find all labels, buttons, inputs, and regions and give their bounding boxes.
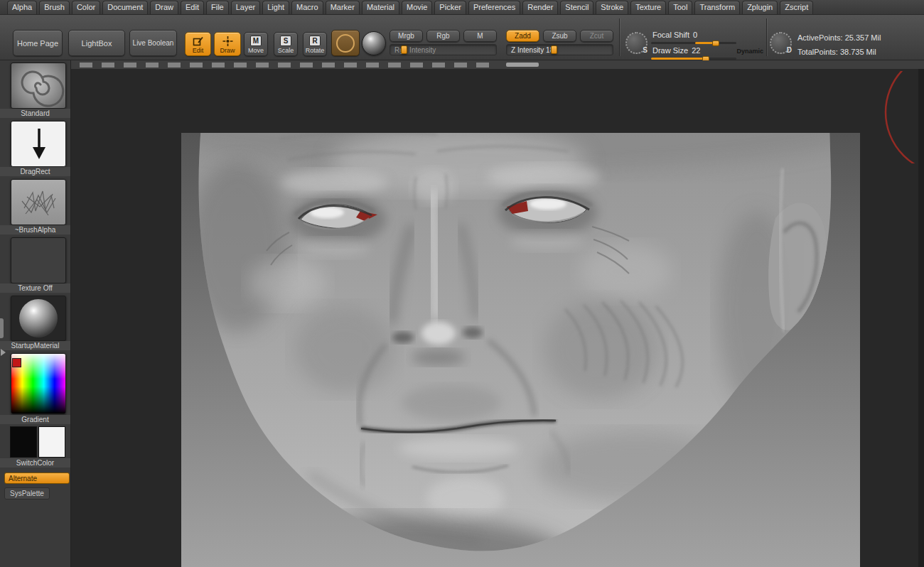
live-boolean-button[interactable]: Live Boolean	[129, 30, 177, 56]
brush-preview-icon	[336, 34, 355, 53]
current-color-swatch	[12, 358, 21, 367]
brush-thumbnail[interactable]	[11, 63, 66, 109]
menu-zscript[interactable]: Zscript	[780, 1, 813, 14]
menu-draw[interactable]: Draw	[150, 1, 178, 14]
menu-layer[interactable]: Layer	[231, 1, 261, 14]
rgb-button[interactable]: Rgb	[426, 30, 460, 42]
move-icon: M	[250, 36, 262, 46]
menu-picker[interactable]: Picker	[434, 1, 466, 14]
draw-size-value: 22	[692, 46, 700, 55]
menu-document[interactable]: Document	[102, 1, 148, 14]
sculptris-pro-letter: S	[643, 46, 648, 54]
menu-zplugin[interactable]: Zplugin	[742, 1, 778, 14]
brush-alpha-scribble-icon	[11, 180, 66, 225]
menu-color[interactable]: Color	[72, 1, 100, 14]
menu-stroke[interactable]: Stroke	[596, 1, 628, 14]
sculpt-document[interactable]	[181, 133, 860, 567]
focal-shift-slider[interactable]: Focal Shift 0	[651, 31, 763, 41]
material-label: StartupMaterial	[0, 341, 70, 350]
point-count-readout: ActivePoints: 25.357 Mil TotalPoints: 38…	[797, 31, 881, 59]
standard-brush-swirl-icon	[11, 63, 66, 109]
draw-size-slider[interactable]: Draw Size 22 Dynamic	[651, 46, 763, 57]
menu-movie[interactable]: Movie	[402, 1, 432, 14]
left-shelf: Standard DragRect ~BrushAlpha Texture Of…	[0, 60, 71, 567]
m-button[interactable]: M	[463, 30, 497, 42]
draw-icon	[222, 36, 233, 46]
color-picker-label: Gradient	[0, 415, 70, 424]
menu-brush[interactable]: Brush	[39, 1, 70, 14]
divider-scroll-thumb[interactable]	[506, 63, 539, 67]
lightbox-button[interactable]: LightBox	[68, 30, 125, 56]
divider-notches[interactable]	[80, 63, 492, 68]
zbrush-window: Alpha Brush Color Document Draw Edit Fil…	[0, 0, 924, 567]
edit-mode-button[interactable]: Edit	[185, 32, 211, 56]
mrgb-button[interactable]: Mrgb	[390, 30, 423, 42]
rgb-intensity-thumb[interactable]	[401, 45, 407, 54]
home-page-button[interactable]: Home Page	[13, 30, 63, 56]
menu-tool[interactable]: Tool	[668, 1, 692, 14]
current-brush-button[interactable]	[331, 30, 360, 56]
top-shelf: Home Page LightBox Live Boolean Edit Dra…	[0, 15, 924, 60]
menu-stencil[interactable]: Stencil	[560, 1, 593, 14]
menu-edit[interactable]: Edit	[181, 1, 204, 14]
color-picker[interactable]	[11, 353, 66, 414]
stroke-thumbnail[interactable]	[11, 121, 66, 167]
material-sphere-icon	[19, 299, 58, 338]
menu-alpha[interactable]: Alpha	[7, 1, 37, 14]
scale-icon: S	[280, 36, 291, 46]
edit-label: Edit	[193, 47, 204, 54]
alternate-button[interactable]: Alternate	[4, 472, 70, 484]
texture-thumbnail[interactable]	[11, 237, 66, 284]
zadd-button[interactable]: Zadd	[506, 30, 539, 42]
focal-shift-thumb[interactable]	[712, 40, 719, 46]
draw-size-label: Draw Size	[652, 46, 688, 55]
sculptris-pro-button[interactable]: S	[625, 32, 648, 54]
scale-label: Scale	[278, 47, 294, 54]
draw-label: Draw	[220, 47, 235, 54]
dynamic-resolution-button[interactable]: D	[770, 32, 792, 54]
viewport-canvas[interactable]	[71, 69, 924, 567]
dragrect-arrow-icon	[11, 122, 66, 167]
stroke-label: DragRect	[0, 167, 70, 176]
z-intensity-label: Z Intensity	[511, 46, 544, 54]
total-points-text: TotalPoints: 38.735 Mil	[797, 45, 881, 59]
material-thumbnail[interactable]	[11, 296, 66, 341]
current-material-sphere[interactable]	[362, 31, 386, 55]
toolbar-separator	[619, 18, 620, 56]
dynamic-resolution-letter: D	[787, 46, 792, 54]
switch-color-white[interactable]	[38, 426, 65, 458]
rotate-mode-button[interactable]: R Rotate	[303, 32, 327, 56]
move-mode-button[interactable]: M Move	[244, 32, 268, 56]
menu-bar: Alpha Brush Color Document Draw Edit Fil…	[0, 0, 924, 15]
scale-mode-button[interactable]: S Scale	[274, 32, 298, 56]
draw-mode-button[interactable]: Draw	[214, 32, 241, 56]
menu-render[interactable]: Render	[522, 1, 558, 14]
z-intensity-thumb[interactable]	[551, 45, 557, 54]
red-arc-decoration	[881, 71, 924, 163]
alpha-thumbnail[interactable]	[11, 179, 66, 225]
left-tray-open-arrow[interactable]	[1, 349, 6, 356]
menu-marker[interactable]: Marker	[326, 1, 360, 14]
active-points-text: ActivePoints: 25.357 Mil	[797, 31, 881, 45]
menu-macro[interactable]: Macro	[291, 1, 323, 14]
rgb-intensity-slider[interactable]: Rgb Intensity	[390, 44, 497, 55]
zcut-button[interactable]: Zcut	[580, 30, 613, 42]
switch-color-black[interactable]	[10, 426, 37, 458]
menu-light[interactable]: Light	[262, 1, 289, 14]
left-tray-scroll-nub[interactable]	[0, 318, 4, 338]
menu-material[interactable]: Material	[362, 1, 399, 14]
focal-shift-value: 0	[693, 31, 697, 39]
sculpted-head-model	[181, 133, 860, 567]
focal-shift-label: Focal Shift	[652, 31, 689, 39]
texture-label: Texture Off	[0, 284, 70, 293]
z-intensity-slider[interactable]: Z Intensity 18	[506, 44, 613, 55]
menu-transform[interactable]: Transform	[694, 1, 740, 14]
toolbar-separator-2	[766, 18, 767, 56]
rotate-label: Rotate	[306, 47, 325, 54]
sys-palette-button[interactable]: SysPalette	[4, 487, 50, 500]
menu-preferences[interactable]: Preferences	[468, 1, 520, 14]
menu-file[interactable]: File	[206, 1, 229, 14]
zsub-button[interactable]: Zsub	[543, 30, 576, 42]
menu-texture[interactable]: Texture	[630, 1, 666, 14]
dynamic-mode-label[interactable]: Dynamic	[736, 48, 763, 55]
